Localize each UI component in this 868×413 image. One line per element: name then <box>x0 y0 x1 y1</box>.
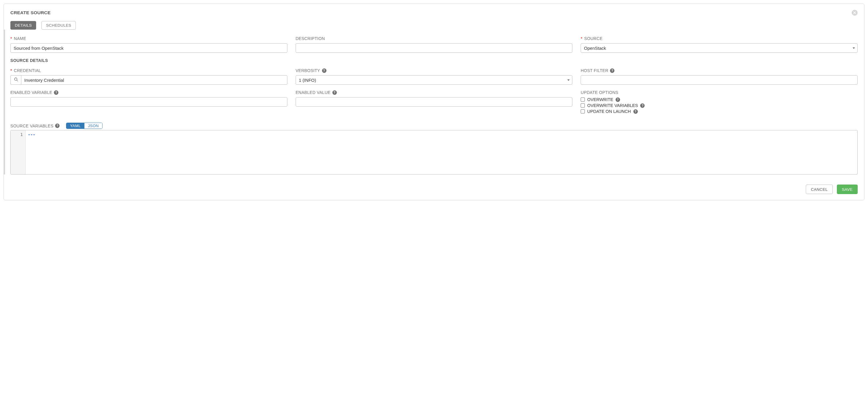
source-variables-editor[interactable]: 1 --- <box>10 130 858 174</box>
format-yaml-button[interactable]: YAML <box>66 123 84 129</box>
source-label: SOURCE <box>581 36 858 41</box>
credential-lookup-button[interactable] <box>10 75 21 85</box>
cancel-button[interactable]: CANCEL <box>806 185 833 194</box>
verbosity-select-value: 1 (INFO) <box>299 77 316 83</box>
svg-line-1 <box>17 80 18 82</box>
update-on-launch-option: UPDATE ON LAUNCH <box>581 109 858 114</box>
credential-field[interactable]: Inventory Credential <box>21 75 287 85</box>
help-icon[interactable] <box>610 68 614 73</box>
source-variables-header: SOURCE VARIABLES YAML JSON <box>10 123 858 129</box>
help-icon[interactable] <box>640 103 645 108</box>
tab-bar: DETAILS SCHEDULES <box>10 21 858 30</box>
name-label: NAME <box>10 36 287 41</box>
credential-label: CREDENTIAL <box>10 68 287 73</box>
chevron-down-icon <box>567 80 570 81</box>
enabled-variable-label: ENABLED VARIABLE <box>10 90 287 95</box>
panel-title: CREATE SOURCE <box>10 10 51 15</box>
svg-point-0 <box>14 78 17 81</box>
help-icon[interactable] <box>55 124 60 128</box>
name-field[interactable] <box>10 43 287 53</box>
close-icon[interactable] <box>852 10 858 16</box>
update-options-list: OVERWRITE OVERWRITE VARIABLES UPDATE ON … <box>581 97 858 114</box>
verbosity-label: VERBOSITY <box>296 68 572 73</box>
credential-lookup: Inventory Credential <box>10 75 287 85</box>
panel-header: CREATE SOURCE <box>10 10 858 16</box>
help-icon[interactable] <box>633 109 638 114</box>
format-toggle: YAML JSON <box>66 123 102 129</box>
description-label: DESCRIPTION <box>296 36 572 41</box>
update-options-label: UPDATE OPTIONS <box>581 90 858 95</box>
help-icon[interactable] <box>322 68 327 73</box>
source-select-value: OpenStack <box>584 45 606 51</box>
tab-details[interactable]: DETAILS <box>10 21 36 30</box>
overwrite-vars-option: OVERWRITE VARIABLES <box>581 103 858 108</box>
overwrite-vars-checkbox[interactable] <box>581 103 585 107</box>
editor-gutter: 1 <box>11 130 26 174</box>
save-button[interactable]: SAVE <box>837 185 858 194</box>
description-field[interactable] <box>296 43 572 53</box>
help-icon[interactable] <box>332 90 337 95</box>
search-icon <box>14 77 18 83</box>
editor-content[interactable]: --- <box>26 130 857 174</box>
host-filter-label: HOST FILTER <box>581 68 858 73</box>
create-source-panel: CREATE SOURCE DETAILS SCHEDULES NAME DES… <box>4 4 864 200</box>
enabled-value-field[interactable] <box>296 97 572 107</box>
help-icon[interactable] <box>54 90 58 95</box>
enabled-value-label: ENABLED VALUE <box>296 90 572 95</box>
host-filter-field[interactable] <box>581 75 858 85</box>
update-on-launch-checkbox[interactable] <box>581 109 585 114</box>
source-variables-label: SOURCE VARIABLES <box>10 124 60 128</box>
chevron-down-icon <box>852 47 855 49</box>
enabled-variable-field[interactable] <box>10 97 287 107</box>
help-icon[interactable] <box>616 97 620 102</box>
form-body: NAME DESCRIPTION SOURCE OpenStack SOURCE… <box>4 30 858 174</box>
verbosity-select[interactable]: 1 (INFO) <box>296 75 572 85</box>
overwrite-checkbox[interactable] <box>581 97 585 102</box>
footer: CANCEL SAVE <box>10 185 858 194</box>
tab-schedules[interactable]: SCHEDULES <box>41 21 75 30</box>
format-json-button[interactable]: JSON <box>85 123 102 129</box>
source-details-heading: SOURCE DETAILS <box>10 58 858 63</box>
overwrite-option: OVERWRITE <box>581 97 858 102</box>
source-select[interactable]: OpenStack <box>581 43 858 53</box>
